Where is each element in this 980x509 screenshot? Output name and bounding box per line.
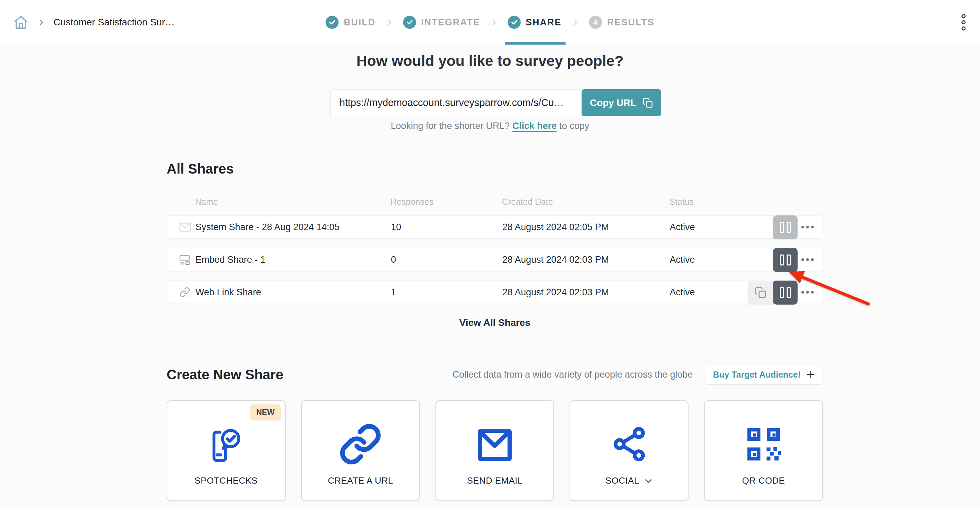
create-share-subtitle: Collect data from a wide variety of peop… [453,369,693,380]
shorter-url-suffix: to copy [559,121,589,131]
copy-icon [755,287,766,298]
step-number: 4 [593,18,597,27]
status-badge: Active [670,287,695,298]
share-responses: 0 [391,254,396,265]
share-created: 28 August 2024 02:03 PM [502,287,609,298]
share-name: Embed Share - 1 [196,254,266,265]
card-label-group: SOCIAL [570,476,688,486]
share-name: System Share - 28 Aug 2024 14:05 [196,222,339,232]
check-circle-icon [508,16,520,29]
row-menu-ellipsis-icon[interactable] [797,216,818,239]
all-shares-title: All Shares [167,161,823,177]
copy-url-label: Copy URL [590,97,636,108]
qr-code-icon [705,423,822,465]
create-new-share-section: Create New Share Collect data from a wid… [167,364,823,501]
card-create-a-url[interactable]: CREATE A URL [301,400,420,501]
breadcrumb-chevron-icon [37,18,45,26]
new-badge: NEW [250,404,281,420]
more-options-kebab-icon[interactable] [961,14,966,30]
pause-icon [780,254,791,266]
pause-share-button[interactable] [773,248,797,272]
share-row-embed[interactable]: Embed Share - 1 0 28 August 2024 02:03 P… [167,248,823,271]
copy-icon [643,98,653,108]
row-menu-ellipsis-icon[interactable] [797,281,818,304]
copy-url-button[interactable]: Copy URL [582,89,661,116]
page-title: How would you like to survey people? [0,52,980,69]
chevron-right-icon [490,18,498,26]
step-label: SHARE [526,17,562,28]
pause-share-button[interactable] [773,215,797,239]
share-row-system[interactable]: System Share - 28 Aug 2024 14:05 10 28 A… [167,215,823,239]
share-name: Web Link Share [196,287,261,298]
step-label: INTEGRATE [421,17,480,28]
embed-icon [179,254,190,265]
share-channel-cards: NEW SPOTCHECKS [167,400,823,501]
tab-integrate[interactable]: INTEGRATE [403,0,480,45]
chevron-right-icon [571,18,579,26]
step-number-circle: 4 [589,16,602,29]
shorter-url-hint: Looking for the shorter URL?Click hereto… [0,121,980,131]
card-spotchecks[interactable]: NEW SPOTCHECKS [167,400,286,501]
buy-target-audience-button[interactable]: Buy Target Audience! [705,364,823,385]
column-header-status: Status [669,197,694,207]
all-shares-section: All Shares Name Responses Created Date S… [167,161,823,340]
step-label: RESULTS [607,17,655,28]
duplicate-share-button[interactable] [748,281,773,305]
pause-share-button[interactable] [773,281,797,305]
create-share-title: Create New Share [167,367,283,382]
card-label: CREATE A URL [302,476,419,486]
pause-icon [780,287,791,298]
chevron-right-icon [385,18,393,26]
share-nodes-icon [570,423,688,465]
link-icon [302,423,419,465]
status-badge: Active [670,254,695,265]
row-menu-ellipsis-icon[interactable] [797,248,818,271]
mail-icon [179,222,191,232]
survey-name[interactable]: Customer Satisfaction Sur… [54,17,175,28]
card-social[interactable]: SOCIAL [570,400,689,501]
card-qr-code[interactable]: QR CODE [704,400,823,501]
share-responses: 10 [391,222,401,232]
card-label: QR CODE [705,476,822,486]
card-send-email[interactable]: SEND EMAIL [436,400,554,501]
shorter-url-prefix: Looking for the shorter URL? [391,121,510,131]
survey-url-bar: Copy URL [330,89,661,116]
column-header-name: Name [195,197,218,207]
tab-results[interactable]: 4 RESULTS [589,0,655,45]
tab-build[interactable]: BUILD [325,0,375,45]
check-circle-icon [325,16,339,29]
link-icon [179,287,190,298]
workflow-stepper: BUILD INTEGRATE SHARE 4 RESULTS [325,0,654,45]
share-row-weblink[interactable]: Web Link Share 1 28 August 2024 02:03 PM… [167,281,823,304]
create-share-header-right: Collect data from a wide variety of peop… [453,364,823,385]
column-header-created: Created Date [502,197,553,207]
share-responses: 1 [391,287,396,298]
share-created: 28 August 2024 02:03 PM [502,254,609,265]
chevron-down-icon [644,476,653,485]
mail-icon [436,423,554,465]
card-label: SEND EMAIL [436,476,554,486]
home-icon [13,14,29,30]
buy-target-audience-label: Buy Target Audience! [713,370,801,380]
plus-icon [805,370,815,379]
survey-url-input[interactable] [330,89,583,116]
breadcrumb: Customer Satisfaction Sur… [0,14,175,30]
click-here-link[interactable]: Click here [512,121,557,131]
card-label: SPOTCHECKS [167,476,285,486]
share-created: 28 August 2024 02:05 PM [502,222,609,232]
home-button[interactable] [13,14,29,30]
create-share-header: Create New Share Collect data from a wid… [167,364,823,385]
check-circle-icon [403,16,416,29]
spotchecks-icon [167,423,285,465]
column-header-responses: Responses [391,197,433,207]
shares-table-header: Name Responses Created Date Status [167,197,823,207]
view-all-shares-link[interactable]: View All Shares [167,317,823,328]
step-label: BUILD [344,17,375,28]
card-label: SOCIAL [606,476,639,486]
status-badge: Active [670,222,695,232]
tab-share[interactable]: SHARE [508,0,562,45]
pause-icon [780,222,791,233]
top-navigation-bar: Customer Satisfaction Sur… BUILD INTEGRA… [0,0,980,45]
